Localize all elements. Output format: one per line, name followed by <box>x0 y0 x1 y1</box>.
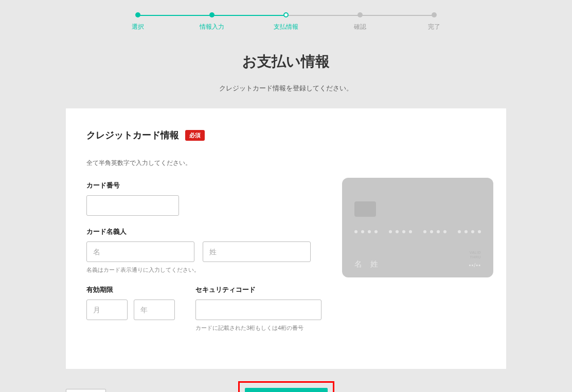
card-exp-label-top: VALID <box>469 251 481 254</box>
card-number-dots <box>354 230 481 233</box>
step-label: 情報入力 <box>200 23 224 31</box>
cvc-group: セキュリティコード カードに記載された3桁もしくは4桁の番号 <box>195 285 321 332</box>
section-title: クレジットカード情報 <box>86 129 179 141</box>
back-button[interactable]: 戻る <box>66 389 106 393</box>
expiry-month-input[interactable] <box>86 300 128 320</box>
step-select: 選択 <box>101 12 175 31</box>
first-name-input[interactable] <box>86 241 194 262</box>
required-badge: 必須 <box>185 130 205 141</box>
step-label: 選択 <box>132 23 144 31</box>
step-complete: 完了 <box>397 12 471 31</box>
submit-button[interactable]: 支払情報を登録 <box>245 388 328 392</box>
cvc-label: セキュリティコード <box>195 285 321 294</box>
step-dot-icon <box>135 12 140 17</box>
page-subtitle: クレジットカード情報を登録してください。 <box>29 84 543 93</box>
last-name-input[interactable] <box>203 241 311 262</box>
card-number-input[interactable] <box>86 195 179 216</box>
card-holder-label: カード名義人 <box>86 227 321 236</box>
step-payment-info: 支払情報 <box>249 12 323 31</box>
step-dot-icon <box>209 12 214 17</box>
card-preview: 名 姓 VALID THRU ••/•• <box>342 178 493 277</box>
card-exp-label-bottom: THRU <box>469 255 481 259</box>
card-holder-group: カード名義人 名義はカード表示通りに入力してください。 <box>86 227 321 274</box>
expiry-year-input[interactable] <box>134 300 175 320</box>
expiry-label: 有効期限 <box>86 285 175 294</box>
progress-stepper: 選択 情報入力 支払情報 確認 完了 <box>101 12 471 31</box>
step-label: 支払情報 <box>274 23 298 31</box>
payment-card-panel: クレジットカード情報 必須 全て半角英数字で入力してください。 カード番号 カー… <box>66 108 506 369</box>
button-row: 戻る 支払情報を登録 <box>66 381 506 392</box>
card-holder-help: 名義はカード表示通りに入力してください。 <box>86 266 321 274</box>
step-label: 完了 <box>428 23 440 31</box>
cvc-help: カードに記載された3桁もしくは4桁の番号 <box>195 324 321 332</box>
card-number-label: カード番号 <box>86 181 321 190</box>
step-info-input: 情報入力 <box>175 12 249 31</box>
section-header: クレジットカード情報 必須 <box>86 129 486 141</box>
card-preview-expiry: ••/•• <box>469 262 481 268</box>
cvc-input[interactable] <box>195 300 321 320</box>
expiry-group: 有効期限 <box>86 285 175 332</box>
submit-highlight: 支払情報を登録 <box>238 381 334 392</box>
page-title: お支払い情報 <box>29 52 543 71</box>
card-number-group: カード番号 <box>86 181 321 216</box>
card-preview-name: 名 姓 <box>354 259 381 269</box>
card-chip-icon <box>354 201 376 217</box>
step-label: 確認 <box>354 23 366 31</box>
input-hint: 全て半角英数字で入力してください。 <box>86 159 486 167</box>
step-dot-icon <box>283 12 289 17</box>
step-dot-icon <box>432 12 437 17</box>
step-dot-icon <box>358 12 363 17</box>
step-confirm: 確認 <box>323 12 397 31</box>
card-preview-expiry-block: VALID THRU ••/•• <box>469 251 481 269</box>
